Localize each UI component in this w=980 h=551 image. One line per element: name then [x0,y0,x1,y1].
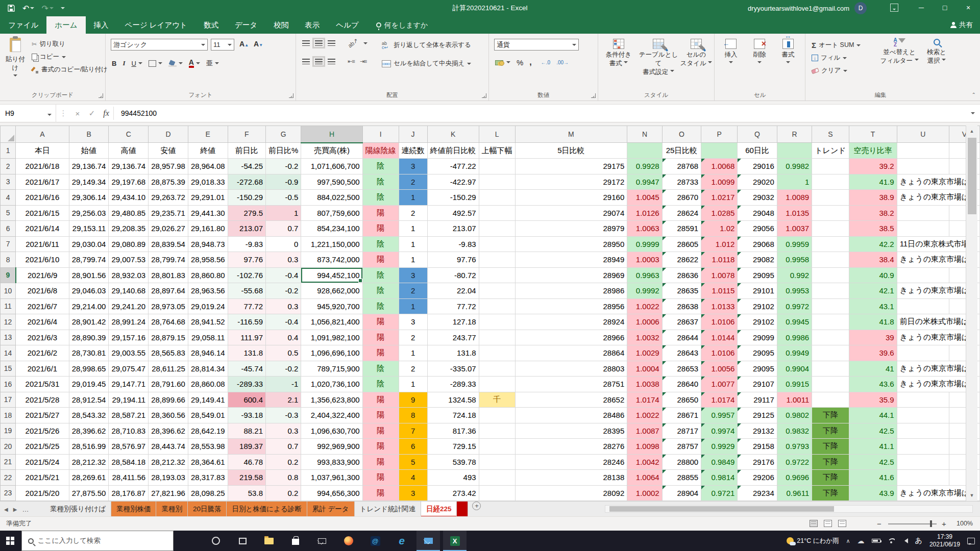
cell-R9[interactable]: 0.992 [777,267,812,283]
format-cells-button[interactable]: 書式 [775,39,801,67]
row-header-5[interactable]: 5 [1,205,16,221]
cell-E6[interactable]: 29,161.80 [188,221,228,237]
cell-R1[interactable] [777,143,812,159]
cell-J17[interactable]: 9 [399,392,427,408]
cell-G9[interactable]: -0.4 [265,267,301,283]
cell-S20[interactable]: 下降 [812,439,849,455]
percent-style-button[interactable]: % [517,58,523,67]
cell-I7[interactable]: 陰 [362,236,399,252]
cell-D21[interactable]: 28,212.32 [149,454,188,470]
cell-F2[interactable]: -54.25 [228,159,265,174]
cell-N3[interactable]: 0.9947 [627,174,662,190]
cell-Q12[interactable]: 29102 [738,314,777,330]
cell-Q3[interactable]: 29020 [738,174,777,190]
cell-I1[interactable]: 陽線陰線 [362,143,399,159]
ribbon-tab-データ[interactable]: データ [227,16,265,34]
cell-L16[interactable] [479,377,515,392]
sheet-tab-業種別株価[interactable]: 業種別株価 [111,502,157,517]
cell-M8[interactable]: 28949 [515,252,627,268]
cell-N12[interactable]: 1.0006 [627,314,662,330]
cell-O5[interactable]: 28624 [662,205,701,221]
cell-P19[interactable]: 0.9974 [701,423,738,439]
cell-P4[interactable]: 1.0217 [701,190,738,206]
cell-L3[interactable] [479,174,515,190]
ribbon-display-options-icon[interactable] [890,4,898,12]
cell-Q13[interactable]: 29099 [738,330,777,345]
column-header-Q[interactable]: Q [738,126,777,143]
cell-B20[interactable]: 28,516.99 [69,439,109,455]
cell-J2[interactable]: 3 [399,159,427,174]
cell-T4[interactable]: 38.9 [849,190,897,206]
cell-K9[interactable]: -80.72 [427,267,479,283]
cell-C21[interactable]: 28,584.18 [109,454,149,470]
cell-L6[interactable] [479,221,515,237]
cell-M9[interactable]: 28969 [515,267,627,283]
cell-H12[interactable]: 1,056,821,400 [301,314,362,330]
row-header-2[interactable]: 2 [1,159,16,174]
sheet-tab-業種別[interactable]: 業種別 [156,502,188,517]
column-header-T[interactable]: T [849,126,897,143]
cell-M16[interactable]: 28751 [515,377,627,392]
row-header-8[interactable]: 8 [1,252,16,268]
cell-H15[interactable]: 789,715,900 [301,361,362,377]
cell-D18[interactable]: 28,360.56 [149,408,188,423]
cell-C5[interactable]: 29,480.85 [109,205,149,221]
cell-O15[interactable]: 28653 [662,361,701,377]
cell-U2[interactable] [897,159,949,174]
cell-H3[interactable]: 997,590,500 [301,174,362,190]
sheet-tab-トレンド統計関連[interactable]: トレンド統計関連 [355,502,421,517]
zoom-slider-thumb[interactable] [930,520,932,527]
cell-D17[interactable]: 28,899.66 [149,392,188,408]
cell-I23[interactable]: 陽 [362,485,399,501]
column-header-U[interactable]: U [897,126,949,143]
cell-F11[interactable]: 77.72 [228,298,265,314]
orientation-button[interactable]: ab↗ [347,37,359,49]
cell-F7[interactable]: -9.83 [228,236,265,252]
cell-A18[interactable]: 2021/5/27 [16,408,69,423]
cell-U5[interactable] [897,205,949,221]
volume-icon[interactable] [902,538,908,543]
cell-J3[interactable]: 2 [399,174,427,190]
expand-formula-bar-icon[interactable] [966,109,980,118]
maximize-button[interactable]: □ [933,0,957,16]
cell-B3[interactable]: 29,149.34 [69,174,109,190]
cell-O4[interactable]: 28670 [662,190,701,206]
cell-A2[interactable]: 2021/6/18 [16,159,69,174]
cell-S21[interactable]: 下降 [812,454,849,470]
cell-R5[interactable]: 1.0135 [777,205,812,221]
enter-icon[interactable]: ✓ [85,109,99,118]
close-button[interactable]: × [957,0,980,16]
normal-view-icon[interactable] [810,520,818,527]
cancel-icon[interactable]: × [70,109,85,118]
taskbar-icon-mail[interactable] [310,531,334,551]
row-header-23[interactable]: 23 [1,485,16,501]
cell-T20[interactable]: 41.1 [849,439,897,455]
cell-B14[interactable]: 28,730.81 [69,345,109,361]
row-header-19[interactable]: 19 [1,423,16,439]
format-painter-button[interactable]: 書式のコピー/貼り付け [32,63,108,76]
cell-F6[interactable]: 213.07 [228,221,265,237]
cell-S1[interactable]: トレンド [812,143,849,159]
cell-A6[interactable]: 2021/6/14 [16,221,69,237]
cell-F15[interactable]: -45.74 [228,361,265,377]
cell-L21[interactable] [479,454,515,470]
cell-J9[interactable]: 3 [399,267,427,283]
cell-A13[interactable]: 2021/6/3 [16,330,69,345]
cell-U22[interactable] [897,470,949,486]
cell-N15[interactable]: 1.0004 [627,361,662,377]
cell-F14[interactable]: 131.8 [228,345,265,361]
cell-R2[interactable]: 0.9982 [777,159,812,174]
align-left-icon[interactable] [302,59,310,64]
cell-M3[interactable]: 29172 [515,174,627,190]
cell-O17[interactable]: 28650 [662,392,701,408]
cell-T3[interactable]: 41.9 [849,174,897,190]
cell-L5[interactable] [479,205,515,221]
cell-C23[interactable]: 28,176.87 [109,485,149,501]
cell-C20[interactable]: 28,576.97 [109,439,149,455]
cell-H1[interactable]: 売買高(株) [301,143,362,159]
cell-N5[interactable]: 1.0126 [627,205,662,221]
cell-D16[interactable]: 28,791.60 [149,377,188,392]
account-email[interactable]: dryyourtearswithlove1@gmail.com [748,5,849,12]
cell-R11[interactable]: 0.9972 [777,298,812,314]
cell-U17[interactable] [897,392,949,408]
